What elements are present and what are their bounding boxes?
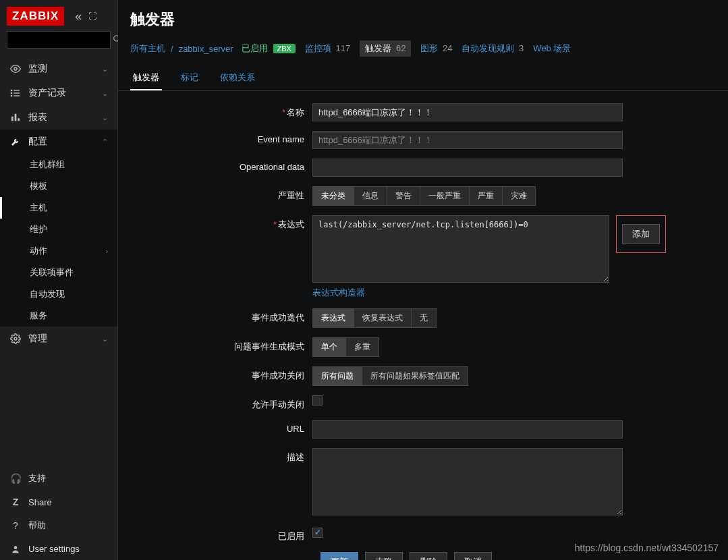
sub-label: 关联项事件: [30, 267, 74, 279]
input-name[interactable]: [312, 103, 623, 121]
chevron-up-icon: ⌃: [102, 138, 108, 146]
sub-correlation[interactable]: 关联项事件: [0, 262, 117, 283]
nav-inventory[interactable]: 资产记录 ⌄: [0, 81, 117, 105]
stat-discovery[interactable]: 自动发现规则 3: [461, 43, 524, 55]
wrench-icon: [9, 136, 22, 147]
probmode-multiple[interactable]: 多重: [346, 338, 379, 356]
okclose-tagmatch[interactable]: 所有问题如果标签值匹配: [362, 367, 468, 385]
okgen-recovery[interactable]: 恢复表达式: [354, 309, 412, 327]
collapse-icon[interactable]: «: [75, 9, 79, 24]
chevron-down-icon: ⌄: [102, 335, 108, 343]
sub-hosts[interactable]: 主机: [0, 197, 117, 219]
nav-reports[interactable]: 报表 ⌄: [0, 105, 117, 130]
sub-discovery[interactable]: 自动发现: [0, 283, 117, 305]
expr-builder-link[interactable]: 表达式构造器: [312, 287, 365, 299]
sev-high[interactable]: 严重: [470, 187, 503, 205]
nav-label: 监测: [28, 63, 95, 75]
nav-admin[interactable]: 管理 ⌄: [0, 327, 117, 351]
tab-dependencies[interactable]: 依赖关系: [217, 66, 258, 90]
okgen-none[interactable]: 无: [412, 309, 436, 327]
label-enabled: 已启用: [130, 527, 312, 542]
footer-label: 支持: [28, 472, 46, 484]
stat-web[interactable]: Web 场景: [533, 43, 571, 55]
crumb-allhosts[interactable]: 所有主机: [130, 43, 165, 55]
input-eventname[interactable]: [312, 131, 623, 149]
update-button[interactable]: 更新: [320, 552, 358, 560]
tab-trigger[interactable]: 触发器: [130, 66, 162, 90]
svg-point-8: [11, 95, 11, 96]
chevron-down-icon: ⌄: [102, 89, 108, 98]
stat-triggers[interactable]: 触发器 62: [360, 40, 411, 57]
footer-label: 帮助: [28, 520, 46, 532]
svg-point-6: [11, 90, 11, 90]
eye-icon: [9, 63, 22, 74]
trigger-form: *名称 Event name Operational data 严重性 未分类 …: [118, 91, 728, 560]
sidebar-footer: 🎧 支持 Z Share ? 帮助 User settings: [0, 466, 117, 560]
footer-support[interactable]: 🎧 支持: [0, 466, 117, 491]
sub-templates[interactable]: 模板: [0, 175, 117, 197]
svg-point-12: [14, 337, 17, 340]
chevron-down-icon: ⌄: [102, 65, 108, 74]
label-url: URL: [130, 420, 312, 434]
sev-info[interactable]: 信息: [354, 187, 387, 205]
severity-group: 未分类 信息 警告 一般严重 严重 灾难: [312, 186, 536, 206]
label-manualclose: 允许手动关闭: [130, 395, 312, 411]
config-submenu: 主机群组 模板 主机 维护 动作› 关联项事件 自动发现 服务: [0, 154, 117, 327]
okgen-expr[interactable]: 表达式: [313, 309, 354, 327]
chart-icon: [9, 112, 22, 123]
breadcrumb: 所有主机 / zabbix_server 已启用 ZBX 监控项 117 触发器…: [118, 36, 728, 61]
delete-button[interactable]: 删除: [410, 552, 447, 560]
label-probmode: 问题事件生成模式: [130, 337, 312, 353]
expr-add-button[interactable]: 添加: [622, 224, 660, 244]
footer-help[interactable]: ? 帮助: [0, 513, 117, 538]
sub-hostgroups[interactable]: 主机群组: [0, 154, 117, 175]
chevron-right-icon: ›: [106, 248, 108, 255]
stat-items[interactable]: 监控项 117: [305, 43, 350, 55]
sev-notclassified[interactable]: 未分类: [313, 187, 354, 205]
svg-rect-11: [18, 118, 20, 121]
stat-graphs[interactable]: 图形 24: [420, 43, 452, 55]
label-name: *名称: [130, 103, 312, 119]
input-expression[interactable]: last(/zabbix_server/net.tcp.listen[6666]…: [312, 215, 609, 283]
search-input[interactable]: [11, 35, 113, 45]
okgen-group: 表达式 恢复表达式 无: [312, 308, 437, 328]
fullscreen-icon[interactable]: ⛶: [88, 11, 96, 21]
footer-usersettings[interactable]: User settings: [0, 538, 117, 560]
label-severity: 严重性: [130, 186, 312, 202]
chk-enabled[interactable]: [312, 528, 323, 538]
label-expression: *表达式: [130, 215, 312, 231]
sidebar-search[interactable]: [7, 31, 111, 49]
sub-label: 服务: [30, 310, 47, 322]
headset-icon: 🎧: [9, 473, 22, 484]
tab-tags[interactable]: 标记: [178, 66, 201, 90]
input-url[interactable]: [312, 420, 623, 439]
sev-average[interactable]: 一般严重: [420, 187, 470, 205]
footer-share[interactable]: Z Share: [0, 491, 117, 513]
chk-manualclose[interactable]: [312, 395, 323, 405]
form-tabs: 触发器 标记 依赖关系: [118, 66, 728, 91]
sev-warning[interactable]: 警告: [387, 187, 420, 205]
sub-actions[interactable]: 动作›: [0, 240, 117, 262]
clone-button[interactable]: 克隆: [365, 552, 403, 560]
input-opdata[interactable]: [312, 159, 623, 177]
sub-services[interactable]: 服务: [0, 305, 117, 327]
crumb-host[interactable]: zabbix_server: [179, 44, 233, 54]
probmode-single[interactable]: 单个: [313, 338, 346, 356]
probmode-group: 单个 多重: [312, 337, 379, 357]
sub-maintenance[interactable]: 维护: [0, 219, 117, 240]
badge-zbx: ZBX: [273, 44, 296, 53]
sub-label: 动作: [30, 245, 47, 257]
input-description[interactable]: [312, 448, 623, 515]
nav-monitoring[interactable]: 监测 ⌄: [0, 57, 117, 81]
expr-add-highlight: 添加: [616, 215, 666, 253]
form-actions: 更新 克隆 删除 取消: [130, 552, 716, 560]
cancel-button[interactable]: 取消: [454, 552, 492, 560]
nav-label: 资产记录: [28, 87, 95, 99]
status-enabled: 已启用: [242, 43, 268, 55]
sev-disaster[interactable]: 灾难: [503, 187, 535, 205]
okclose-all[interactable]: 所有问题: [313, 367, 362, 385]
nav-label: 报表: [28, 111, 95, 123]
nav-configuration[interactable]: 配置 ⌃: [0, 130, 117, 154]
logo: ZABBIX: [7, 7, 64, 26]
gear-icon: [9, 333, 22, 344]
